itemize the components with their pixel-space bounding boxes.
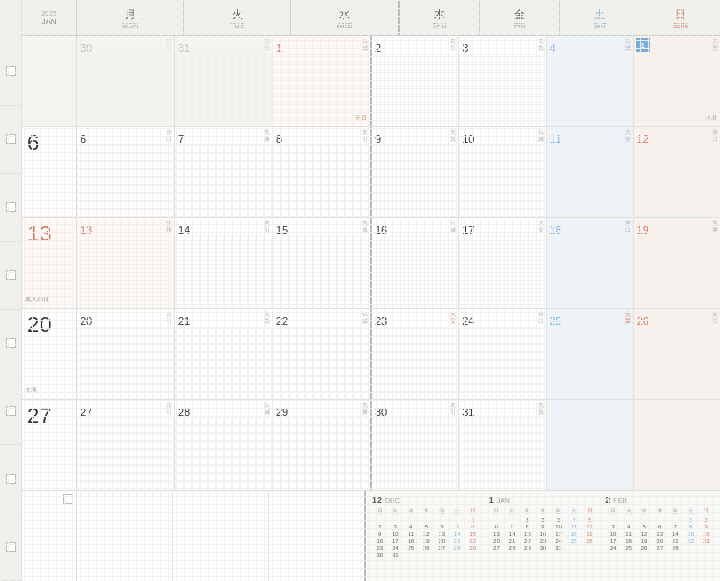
day-cell-jan31[interactable]: 31 先負 <box>459 400 546 490</box>
header-wed: 水 WED <box>291 0 397 35</box>
r1: 仏 <box>538 129 544 136</box>
day-number: 30 <box>375 406 387 418</box>
rokuyou1: 先 <box>538 38 544 45</box>
day-cell-jan9[interactable]: 9 先負 <box>372 127 459 217</box>
mini-cal-dec-year: DEC <box>385 497 400 504</box>
rokuyou2: 負 <box>264 45 270 52</box>
day-cell-jan27[interactable]: 27 友引 <box>77 400 175 490</box>
sidebar-row <box>0 242 21 310</box>
checkbox[interactable] <box>6 66 16 76</box>
day-cell-jan17[interactable]: 17 大安 <box>459 218 546 308</box>
day-cell-jan11[interactable]: 11 大安 <box>547 127 634 217</box>
day-cell-jan3[interactable]: 3 先負 <box>459 36 546 126</box>
day-cell-jan20[interactable]: 20 友引 <box>77 309 175 399</box>
day-cell-jan25[interactable]: 25 先勝 <box>547 309 634 399</box>
day-number: 19 <box>637 224 649 236</box>
day-number: 1 <box>276 42 282 54</box>
sidebar-row <box>0 445 21 513</box>
day-cell-jan29[interactable]: 29 先勝 <box>273 400 370 490</box>
day-cell-jan18[interactable]: 18 赤口 <box>547 218 634 308</box>
r1: 先 <box>166 220 172 227</box>
day-cell-jan22[interactable]: 22 仏滅 <box>273 309 370 399</box>
day-cell-jan13[interactable]: 13 先勝 <box>77 218 175 308</box>
day-cell-jan19[interactable]: 19 先勝 <box>634 218 720 308</box>
day-cell-dec30[interactable]: 30 友引 <box>77 36 175 126</box>
day-number: 8 <box>276 133 282 145</box>
left-day-headers: 月 MON 火 TUE 水 WED <box>77 0 400 35</box>
header-sat: 土 SAT <box>560 0 640 35</box>
header-fri: 金 FRI <box>480 0 560 35</box>
rokuyou1: 大 <box>712 38 718 45</box>
day-cell-jan16[interactable]: 16 仏滅 <box>372 218 459 308</box>
week-right-5: 30 友引 31 先負 <box>372 400 720 490</box>
day-cell-jan12[interactable]: 12 赤口 <box>634 127 720 217</box>
bottom-cell-2 <box>173 491 269 581</box>
calendar-main: 2025 JAN 月 MON 火 TUE 水 WED <box>22 0 720 581</box>
r2: 口 <box>712 136 718 143</box>
week-left-4: 20 大寒 20 友引 21 先負 22 仏滅 <box>22 309 372 399</box>
day-cell-jan23[interactable]: 23 大安 <box>372 309 459 399</box>
r2: 安 <box>538 227 544 234</box>
checkbox[interactable] <box>6 542 16 552</box>
header-thu: 木 THU <box>400 0 480 35</box>
checkbox[interactable] <box>6 406 16 416</box>
r1: 友 <box>362 129 368 136</box>
day-number: 15 <box>276 224 288 236</box>
day-cell-jan7[interactable]: 7 先勝 <box>175 127 273 217</box>
day-cell-jan4[interactable]: 4 仏滅 <box>547 36 634 126</box>
header-en-thu: THU <box>432 22 446 29</box>
day-cell-jan24[interactable]: 24 赤口 <box>459 309 546 399</box>
r2: 引 <box>450 409 456 416</box>
r1: 大 <box>450 311 456 318</box>
day-number: 10 <box>462 133 474 145</box>
checkbox[interactable] <box>6 474 16 484</box>
day-cell-jan10[interactable]: 10 仏滅 <box>459 127 546 217</box>
day-cell-jan28[interactable]: 28 仏滅 <box>175 400 273 490</box>
r2: 口 <box>538 318 544 325</box>
week-number-display: 27 <box>27 403 51 429</box>
mini-calendars-container: 12 DEC 月火水木金土日 1 2345678 9101112131415 1… <box>366 491 720 581</box>
week-row-4: 20 大寒 20 友引 21 先負 22 仏滅 <box>22 309 720 400</box>
day-cell-jan15[interactable]: 15 先負 <box>273 218 370 308</box>
checkbox[interactable] <box>6 202 16 212</box>
day-number: 6 <box>80 133 86 145</box>
r2: 滅 <box>538 136 544 143</box>
bottom-left <box>22 491 366 581</box>
r2: 引 <box>166 409 172 416</box>
checkbox-bottom[interactable] <box>63 494 73 504</box>
week-num-1 <box>22 36 77 126</box>
day-cell-jan26[interactable]: 26 友引 <box>634 309 720 399</box>
r1: 先 <box>450 129 456 136</box>
rokuyou1: 仏 <box>362 38 368 45</box>
checkbox[interactable] <box>6 270 16 280</box>
week-right-3: 16 仏滅 17 大安 18 赤口 19 <box>372 218 720 308</box>
day-cell-jan5[interactable]: 5 大安 1 小暑 <box>634 36 720 126</box>
mini-cal-feb-month: 2 <box>605 495 610 505</box>
bottom-cell-3 <box>269 491 364 581</box>
day-cell-jan30[interactable]: 30 友引 <box>372 400 459 490</box>
checkbox[interactable] <box>6 134 16 144</box>
day-cell-empty-sun <box>634 400 720 490</box>
r1: 先 <box>538 402 544 409</box>
week-row-1: 30 友引 31 先負 1 仏滅 元日 <box>22 36 720 127</box>
week-num-4: 20 大寒 <box>22 309 77 399</box>
mini-cal-jan-month: 1 <box>489 495 494 505</box>
day-number: 21 <box>178 315 190 327</box>
rokuyou2: 滅 <box>362 45 368 52</box>
day-cell-jan21[interactable]: 21 先負 <box>175 309 273 399</box>
day-cell-dec31[interactable]: 31 先負 <box>175 36 273 126</box>
day-cell-jan1[interactable]: 1 仏滅 元日 <box>273 36 370 126</box>
day-cell-jan6[interactable]: 6 赤口 <box>77 127 175 217</box>
week-row-3: 13 成人の日 13 先勝 14 友引 15 <box>22 218 720 309</box>
calendar-container: 2025 JAN 月 MON 火 TUE 水 WED <box>0 0 720 581</box>
header-jp-thu: 木 <box>434 7 445 22</box>
day-number: 24 <box>462 315 474 327</box>
bottom-row: 12 DEC 月火水木金土日 1 2345678 9101112131415 1… <box>22 491 720 581</box>
mini-cal-jan-table: 月火水木金土日 12345 6789101112 13141516171819 … <box>489 507 598 551</box>
day-cell-jan8[interactable]: 8 友引 <box>273 127 370 217</box>
day-cell-jan2[interactable]: 2 友引 <box>372 36 459 126</box>
month-label: 2025 JAN <box>22 0 77 35</box>
header-jp-fri: 金 <box>514 7 525 22</box>
day-cell-jan14[interactable]: 14 友引 <box>175 218 273 308</box>
checkbox[interactable] <box>6 338 16 348</box>
